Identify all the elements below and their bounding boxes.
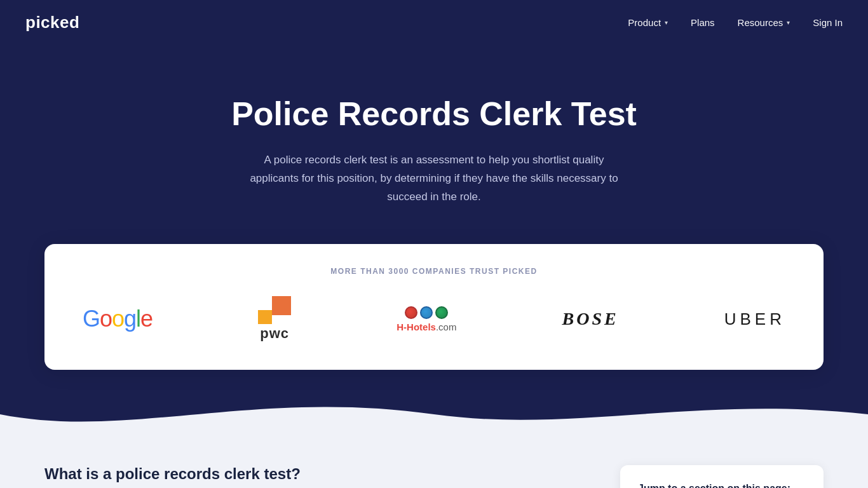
nav-plans-label: Plans bbox=[691, 17, 715, 28]
bose-logo: BOSE bbox=[562, 309, 619, 329]
hhotels-circle-red bbox=[405, 306, 417, 319]
hero-title: Police Records Clerk Test bbox=[25, 95, 843, 133]
content-area: What is a police records clerk test? A p… bbox=[0, 440, 868, 488]
companies-card: MORE THAN 3000 COMPANIES TRUST PICKED Go… bbox=[44, 244, 824, 370]
wave-divider bbox=[0, 389, 868, 440]
hhotels-logo: H-Hotels.com bbox=[397, 306, 456, 332]
nav-resources[interactable]: Resources ▾ bbox=[738, 17, 790, 28]
section-title: What is a police records clerk test? bbox=[44, 465, 600, 483]
header: picked Product ▾ Plans Resources ▾ Sign … bbox=[0, 0, 868, 44]
sign-in-button[interactable]: Sign In bbox=[813, 17, 843, 28]
hhotels-circle-green bbox=[435, 306, 448, 319]
nav-product-label: Product bbox=[628, 17, 661, 28]
nav-product[interactable]: Product ▾ bbox=[628, 17, 668, 28]
main-content: What is a police records clerk test? A p… bbox=[44, 465, 600, 488]
hhotels-circle-blue bbox=[420, 306, 433, 319]
sidebar-title: Jump to a section on this page: bbox=[638, 483, 806, 488]
hero-subtitle: A police records clerk test is an assess… bbox=[243, 151, 625, 207]
sidebar-card: Jump to a section on this page: 1. What … bbox=[620, 465, 824, 488]
pwc-logo: pwc bbox=[258, 296, 291, 342]
chevron-down-icon: ▾ bbox=[665, 19, 668, 26]
nav-plans[interactable]: Plans bbox=[691, 17, 715, 28]
google-logo: Google bbox=[83, 306, 153, 332]
companies-label: MORE THAN 3000 COMPANIES TRUST PICKED bbox=[83, 267, 785, 276]
companies-logos: Google pwc H-Ho bbox=[83, 296, 785, 342]
nav: Product ▾ Plans Resources ▾ Sign In bbox=[628, 17, 843, 28]
logo[interactable]: picked bbox=[25, 13, 79, 32]
chevron-down-icon-2: ▾ bbox=[787, 19, 790, 26]
uber-logo: UBER bbox=[724, 309, 785, 329]
nav-resources-label: Resources bbox=[738, 17, 783, 28]
companies-section: MORE THAN 3000 COMPANIES TRUST PICKED Go… bbox=[0, 244, 868, 370]
